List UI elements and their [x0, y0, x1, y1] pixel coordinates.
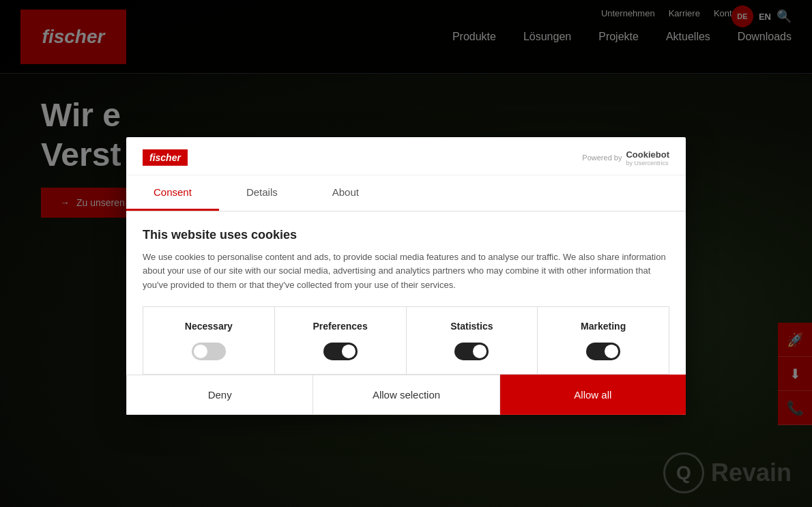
- tab-consent[interactable]: Consent: [126, 175, 219, 210]
- tab-details[interactable]: Details: [219, 175, 305, 210]
- tab-about[interactable]: About: [305, 175, 386, 210]
- category-marketing-label: Marketing: [581, 321, 626, 332]
- allow-selection-button[interactable]: Allow selection: [313, 375, 499, 415]
- cookiebot-logo: Cookiebot: [626, 149, 669, 159]
- deny-button[interactable]: Deny: [126, 375, 313, 415]
- modal-tabs: Consent Details About: [126, 175, 686, 211]
- cookiebot-branding: Powered by Cookiebot by Usercentrics: [582, 149, 669, 166]
- cookie-categories: Necessary Preferences: [143, 306, 669, 375]
- category-marketing: Marketing: [538, 307, 669, 374]
- category-statistics-label: Statistics: [450, 321, 493, 332]
- category-preferences-label: Preferences: [313, 321, 368, 332]
- allow-all-button[interactable]: Allow all: [500, 375, 686, 415]
- modal-header: fischer Powered by Cookiebot by Usercent…: [126, 136, 686, 175]
- category-necessary: Necessary: [143, 307, 275, 374]
- cookiebot-subtitle: by Usercentrics: [626, 159, 669, 166]
- modal-title: This website uses cookies: [143, 227, 669, 242]
- modal-actions: Deny Allow selection Allow all: [126, 375, 686, 415]
- modal-description: We use cookies to personalise content an…: [143, 250, 669, 292]
- modal-logo: fischer: [143, 149, 188, 166]
- statistics-toggle[interactable]: [454, 343, 489, 360]
- site-background: fischer Produkte Lösungen Projekte Aktue…: [0, 0, 812, 507]
- preferences-toggle[interactable]: [323, 343, 358, 360]
- category-statistics: Statistics: [407, 307, 538, 374]
- category-necessary-label: Necessary: [185, 321, 233, 332]
- cookie-modal: fischer Powered by Cookiebot by Usercent…: [126, 136, 686, 414]
- marketing-toggle[interactable]: [586, 343, 620, 360]
- powered-by-text: Powered by: [582, 154, 622, 162]
- necessary-toggle[interactable]: [192, 343, 226, 360]
- category-preferences: Preferences: [275, 307, 407, 374]
- modal-body: This website uses cookies We use cookies…: [126, 211, 686, 374]
